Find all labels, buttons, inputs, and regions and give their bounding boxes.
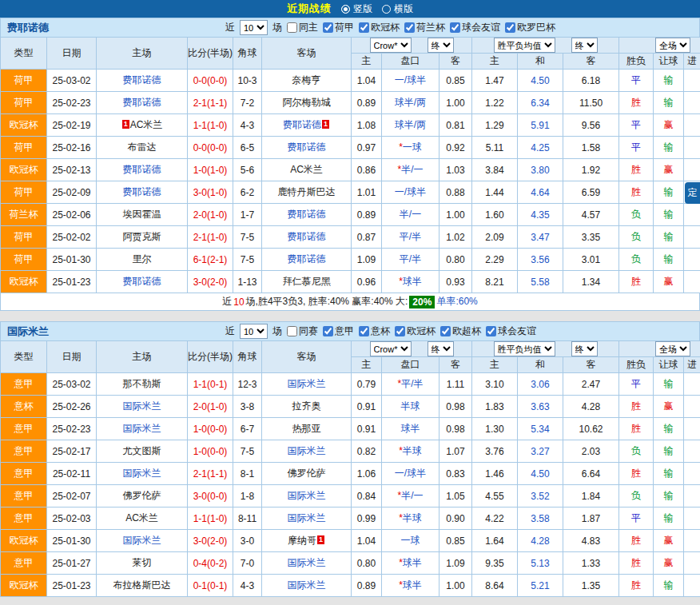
col-odds-home: 主 — [352, 54, 382, 70]
filter-球会友谊[interactable]: 球会友谊 — [450, 21, 500, 34]
result-cell: 平 — [619, 114, 654, 137]
filter-同赛[interactable]: 同赛 — [287, 324, 318, 338]
home-team-cell[interactable]: 佛罗伦萨 — [97, 485, 188, 507]
match-count-select[interactable]: 10 — [240, 20, 268, 35]
odds-final-select[interactable]: 终 — [428, 341, 454, 356]
away-team-cell[interactable]: 拉齐奥 — [262, 396, 352, 418]
away-team-cell[interactable]: 费耶诺德 — [262, 226, 352, 249]
away-team-cell[interactable]: 国际米兰 — [262, 552, 352, 575]
odds-source-select[interactable]: Crow* — [370, 341, 412, 356]
avg-type-select[interactable]: 胜平负均值 — [494, 38, 555, 53]
away-team-cell[interactable]: 热那亚 — [262, 418, 352, 440]
home-team-cell[interactable]: 阿贾克斯 — [97, 226, 188, 249]
home-team-cell[interactable]: 那不勒斯 — [97, 373, 188, 396]
filter-checkbox[interactable] — [395, 326, 405, 336]
filter-欧超杯[interactable]: 欧超杯 — [440, 324, 481, 338]
home-team-cell[interactable]: 费耶诺德 — [97, 70, 188, 92]
filter-checkbox[interactable] — [404, 22, 415, 33]
filter-checkbox[interactable] — [450, 22, 460, 33]
away-team-cell[interactable]: 国际米兰 — [262, 440, 352, 463]
filter-欧罗巴杯[interactable]: 欧罗巴杯 — [505, 21, 555, 34]
layout-radio-vertical[interactable]: 竖版 — [341, 2, 372, 16]
filter-欧冠杯[interactable]: 欧冠杯 — [395, 324, 436, 338]
team-name-link[interactable]: 国际米兰 — [7, 324, 225, 339]
avg-home-cell: 1.47 — [472, 70, 518, 92]
filter-同主[interactable]: 同主 — [287, 21, 318, 34]
away-team-cell[interactable]: 摩纳哥1 — [262, 530, 352, 552]
filter-checkbox[interactable] — [359, 326, 369, 336]
filter-荷兰杯[interactable]: 荷兰杯 — [404, 21, 445, 34]
odds-final-select[interactable]: 终 — [428, 38, 454, 53]
result-cell: 胜 — [619, 159, 654, 181]
scope-select[interactable]: 全场 — [655, 38, 690, 53]
home-team-cell[interactable]: 费耶诺德 — [97, 159, 188, 181]
home-team-cell[interactable]: 国际米兰 — [97, 396, 188, 418]
away-team-cell[interactable]: 拜仁慕尼黑 — [262, 271, 352, 293]
odds-source-select[interactable]: Crow* — [370, 38, 412, 53]
score-cell: 2-0(1-0) — [188, 396, 233, 418]
home-team-cell[interactable]: 尤文图斯 — [97, 440, 188, 463]
away-team-cell[interactable]: 费耶诺德 — [262, 249, 352, 271]
away-team-cell[interactable]: 国际米兰 — [262, 373, 352, 396]
filter-checkboxes: 同主荷甲欧冠杯荷兰杯球会友谊欧罗巴杯 — [287, 21, 555, 34]
home-team-cell[interactable]: 费耶诺德 — [97, 92, 188, 114]
home-team-cell[interactable]: 费耶诺德 — [97, 181, 188, 204]
avg-final-select[interactable]: 终 — [571, 341, 598, 356]
avg-draw-cell: 5.13 — [518, 552, 563, 575]
home-team-cell[interactable]: AC米兰 — [97, 507, 188, 530]
filter-checkbox[interactable] — [359, 22, 369, 33]
filter-checkbox[interactable] — [440, 326, 451, 336]
away-team-cell[interactable]: 国际米兰 — [262, 575, 352, 597]
home-team-cell[interactable]: 1AC米兰 — [97, 114, 188, 137]
filter-checkbox[interactable] — [486, 326, 496, 336]
filter-checkbox[interactable] — [323, 22, 333, 33]
home-team-cell[interactable]: 国际米兰 — [97, 463, 188, 485]
away-team-cell[interactable]: 鹿特丹斯巴达 — [262, 181, 352, 204]
away-team-cell[interactable]: 阿尔梅勒城 — [262, 92, 352, 114]
avg-type-select[interactable]: 胜平负均值 — [494, 341, 555, 356]
home-team-cell[interactable]: 布雷达 — [97, 137, 188, 159]
away-team-cell[interactable]: 费耶诺德 — [262, 137, 352, 159]
filter-label: 同主 — [299, 21, 318, 34]
home-team-cell[interactable]: 费耶诺德 — [97, 271, 188, 293]
home-team-cell[interactable]: 莱切 — [97, 552, 188, 575]
handicap-result-cell: 输 — [654, 226, 684, 249]
handicap-cell: 半/一 — [382, 204, 439, 226]
home-team-cell[interactable]: 布拉格斯巴达 — [97, 575, 188, 597]
filter-意甲[interactable]: 意甲 — [323, 324, 354, 338]
away-team-cell[interactable]: 国际米兰 — [262, 507, 352, 530]
match-count-select[interactable]: 10 — [240, 324, 268, 339]
filter-欧冠杯[interactable]: 欧冠杯 — [359, 21, 400, 34]
result-cell: 负 — [619, 226, 654, 249]
away-team-cell[interactable]: 奈梅亨 — [262, 70, 352, 92]
away-team-cell[interactable]: 费耶诺德 — [262, 204, 352, 226]
layout-radio-horizontal[interactable]: 横版 — [382, 2, 413, 16]
avg-final-select[interactable]: 终 — [571, 38, 598, 53]
odds-away-cell: 1.00 — [439, 575, 472, 597]
away-team-cell[interactable]: 佛罗伦萨 — [262, 463, 352, 485]
matches-table: 类型 日期 主场 比分(半场) 角球 客场 Crow* 终 胜平负均值 终 — [0, 340, 700, 597]
home-team-cell[interactable]: 国际米兰 — [97, 530, 188, 552]
handicap-cell: 一/球半 — [382, 70, 439, 92]
away-team-cell[interactable]: 国际米兰 — [262, 485, 352, 507]
settings-tab[interactable]: 定 — [685, 182, 700, 204]
col-avg-home: 主 — [472, 357, 518, 373]
filter-意杯[interactable]: 意杯 — [359, 324, 390, 338]
filter-checkbox[interactable] — [323, 326, 333, 336]
filter-checkbox[interactable] — [287, 22, 297, 33]
filter-球会友谊[interactable]: 球会友谊 — [486, 324, 536, 338]
avg-home-cell: 1.44 — [472, 181, 518, 204]
home-team-cell[interactable]: 里尔 — [97, 249, 188, 271]
filter-checkbox[interactable] — [287, 326, 297, 336]
away-team-cell[interactable]: 费耶诺德1 — [262, 114, 352, 137]
filter-checkbox[interactable] — [505, 22, 515, 33]
away-team-cell[interactable]: AC米兰 — [262, 159, 352, 181]
avg-draw-cell: 3.27 — [518, 440, 563, 463]
home-team-cell[interactable]: 埃因霍温 — [97, 204, 188, 226]
match-date-cell: 25-02-11 — [47, 463, 97, 485]
filter-荷甲[interactable]: 荷甲 — [323, 21, 354, 34]
avg-home-cell: 1.64 — [472, 530, 518, 552]
home-team-cell[interactable]: 国际米兰 — [97, 418, 188, 440]
team-name-link[interactable]: 费耶诺德 — [7, 21, 225, 35]
scope-select[interactable]: 全场 — [655, 341, 690, 356]
